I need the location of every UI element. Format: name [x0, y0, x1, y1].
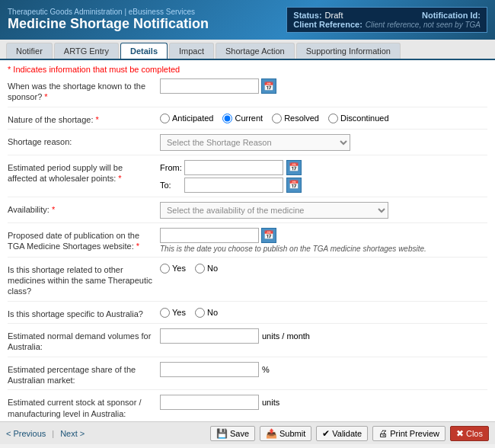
- control-normal-demand: units / month: [160, 328, 487, 344]
- shortage-reason-select[interactable]: Select the Shortage Reason: [160, 134, 350, 151]
- publication-date-input[interactable]: [160, 228, 259, 243]
- percentage-share-input[interactable]: [160, 362, 259, 377]
- control-estimated-period: From: 📅 To: 📅: [160, 160, 487, 193]
- submit-button[interactable]: 📤 Submit: [260, 426, 311, 441]
- australia-yes-input[interactable]: [160, 308, 170, 318]
- header-title-block: Therapeutic Goods Administration | eBusi…: [8, 8, 209, 32]
- label-related-medicines: Is this shortage related to other medici…: [8, 262, 160, 297]
- tab-bar: Notifier ARTG Entry Details Impact Short…: [0, 40, 495, 60]
- row-nature-shortage: Nature of the shortage: * Anticipated Cu…: [8, 112, 487, 130]
- sponsor-stock-unit: units: [262, 398, 279, 407]
- status-panel: Status: Draft Notification Id: Client Re…: [286, 7, 487, 33]
- row-related-medicines: Is this shortage related to other medici…: [8, 262, 487, 302]
- related-yes[interactable]: Yes: [160, 264, 186, 274]
- nav-separator: |: [52, 429, 54, 438]
- related-yes-input[interactable]: [160, 264, 170, 274]
- save-icon: 💾: [216, 428, 228, 439]
- related-no-input[interactable]: [195, 264, 205, 274]
- close-icon: ✖: [456, 428, 464, 439]
- control-shortage-reason: Select the Shortage Reason: [160, 134, 487, 151]
- australia-yes[interactable]: Yes: [160, 308, 186, 318]
- tab-impact[interactable]: Impact: [169, 43, 214, 59]
- australia-no[interactable]: No: [195, 308, 218, 318]
- next-link[interactable]: Next >: [60, 429, 85, 438]
- notification-id-label: Notification Id:: [422, 11, 481, 20]
- pub-date-input-wrap: 📅: [160, 228, 487, 243]
- label-publication-date: Proposed date of publication on the TGA …: [8, 228, 160, 252]
- to-calendar-icon[interactable]: 📅: [286, 178, 302, 193]
- tab-supporting-info[interactable]: Supporting Information: [296, 43, 401, 59]
- status-value: Draft: [325, 11, 343, 20]
- to-label: To:: [160, 181, 181, 190]
- sponsor-stock-wrap: units: [160, 395, 487, 410]
- validate-button[interactable]: ✔ Validate: [316, 426, 368, 441]
- availability-select[interactable]: Select the availability of the medicine: [160, 202, 388, 219]
- normal-demand-wrap: units / month: [160, 328, 487, 344]
- tab-artg[interactable]: ARTG Entry: [54, 43, 119, 59]
- print-icon: 🖨: [378, 428, 388, 439]
- row-normal-demand: Estimated normal demand volumes for Aust…: [8, 328, 487, 357]
- print-label: Print Preview: [390, 429, 439, 438]
- label-availability: Availability: *: [8, 202, 160, 215]
- submit-icon: 📤: [266, 428, 277, 439]
- app-header: Therapeutic Goods Administration | eBusi…: [0, 0, 495, 40]
- radio-current[interactable]: Current: [222, 114, 263, 123]
- row-sponsor-stock: Estimated current stock at sponsor / man…: [8, 395, 487, 421]
- label-sponsor-stock: Estimated current stock at sponsor / man…: [8, 395, 160, 419]
- prev-link[interactable]: < Previous: [6, 429, 46, 438]
- radio-discontinued-input[interactable]: [328, 114, 338, 123]
- footer-nav: < Previous | Next >: [6, 429, 85, 438]
- save-button[interactable]: 💾 Save: [210, 426, 255, 441]
- australia-no-input[interactable]: [195, 308, 205, 318]
- publication-date-hint: This is the date you choose to publish o…: [160, 245, 487, 253]
- to-date-input[interactable]: [184, 178, 283, 193]
- close-button[interactable]: ✖ Clos: [450, 426, 489, 441]
- from-date-input[interactable]: [184, 160, 283, 175]
- radio-resolved[interactable]: Resolved: [272, 114, 319, 123]
- nature-radio-group: Anticipated Current Resolved Discontinue…: [160, 112, 487, 123]
- label-nature-shortage: Nature of the shortage: *: [8, 112, 160, 125]
- control-shortage-date: 📅: [160, 78, 487, 94]
- client-ref-label: Client Reference:: [293, 20, 362, 29]
- radio-anticipated[interactable]: Anticipated: [160, 114, 213, 123]
- radio-anticipated-input[interactable]: [160, 114, 170, 123]
- label-normal-demand: Estimated normal demand volumes for Aust…: [8, 328, 160, 353]
- row-shortage-date: When was the shortage known to the spons…: [8, 78, 487, 107]
- control-publication-date: 📅 This is the date you choose to publish…: [160, 228, 487, 253]
- submit-label: Submit: [279, 429, 305, 438]
- tab-details[interactable]: Details: [120, 43, 168, 59]
- row-specific-australia: Is this shortage specific to Australia? …: [8, 306, 487, 324]
- label-estimated-period: Estimated period supply will be affected…: [8, 160, 160, 184]
- normal-demand-input[interactable]: [160, 328, 259, 344]
- row-shortage-reason: Shortage reason: Select the Shortage Rea…: [8, 134, 487, 155]
- control-availability: Select the availability of the medicine: [160, 202, 487, 219]
- print-button[interactable]: 🖨 Print Preview: [372, 426, 446, 441]
- app-main-title: Medicine Shortage Notification: [8, 16, 209, 32]
- status-label: Status:: [293, 11, 321, 20]
- tab-shortage-action[interactable]: Shortage Action: [216, 43, 295, 59]
- from-calendar-icon[interactable]: 📅: [286, 160, 302, 175]
- footer-actions: 💾 Save 📤 Submit ✔ Validate 🖨 Print Previ…: [210, 426, 489, 441]
- normal-demand-unit: units / month: [262, 331, 310, 341]
- sponsor-stock-input[interactable]: [160, 395, 259, 410]
- label-specific-australia: Is this shortage specific to Australia?: [8, 306, 160, 319]
- label-shortage-date: When was the shortage known to the spons…: [8, 78, 160, 103]
- tab-notifier[interactable]: Notifier: [6, 43, 53, 59]
- related-radio-group: Yes No: [160, 262, 487, 274]
- row-percentage-share: Estimated percentage share of the Austra…: [8, 362, 487, 391]
- pub-date-calendar-icon[interactable]: 📅: [261, 228, 276, 243]
- shortage-date-input[interactable]: [160, 78, 259, 94]
- control-related-medicines: Yes No: [160, 262, 487, 274]
- save-label: Save: [230, 429, 249, 438]
- related-no[interactable]: No: [195, 264, 218, 274]
- to-row: To: 📅: [160, 178, 487, 193]
- row-publication-date: Proposed date of publication on the TGA …: [8, 228, 487, 258]
- radio-resolved-input[interactable]: [272, 114, 282, 123]
- control-percentage-share: %: [160, 362, 487, 377]
- from-row: From: 📅: [160, 160, 487, 175]
- radio-discontinued[interactable]: Discontinued: [328, 114, 389, 123]
- validate-icon: ✔: [322, 428, 330, 439]
- radio-current-input[interactable]: [222, 114, 232, 123]
- control-specific-australia: Yes No: [160, 306, 487, 318]
- shortage-date-calendar-icon[interactable]: 📅: [261, 78, 276, 94]
